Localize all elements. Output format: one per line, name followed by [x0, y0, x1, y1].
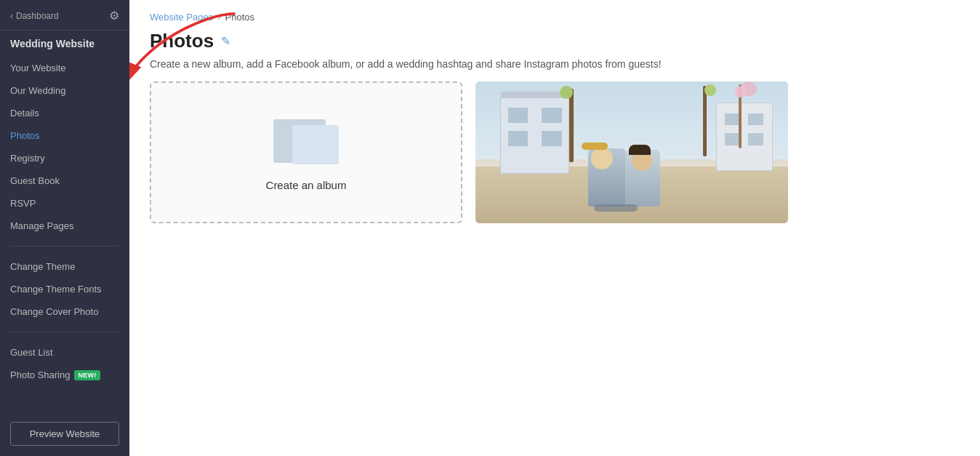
- page-subtitle: Create a new album, add a Facebook album…: [129, 55, 980, 81]
- sidebar-item-guest-list[interactable]: Guest List: [0, 341, 129, 364]
- edit-icon[interactable]: ✎: [221, 34, 230, 48]
- extras-section: Guest List Photo Sharing NEW!: [0, 338, 129, 389]
- sidebar-item-label: Guest List: [10, 347, 53, 358]
- sidebar-title: Wedding Website: [0, 31, 129, 54]
- sidebar-item-guest-book[interactable]: Guest Book: [0, 169, 129, 192]
- back-label: Dashboard: [16, 11, 59, 21]
- content-area: Create an album: [129, 81, 980, 244]
- sidebar-item-label: Photo Sharing: [10, 369, 70, 380]
- sidebar-item-label: Details: [10, 108, 39, 119]
- sidebar-item-label: Our Wedding: [10, 85, 65, 96]
- page-header: Photos ✎: [129, 25, 980, 55]
- tools-section: Change Theme Change Theme Fonts Change C…: [0, 252, 129, 326]
- sidebar-item-change-theme-fonts[interactable]: Change Theme Fonts: [0, 278, 129, 300]
- divider-2: [10, 332, 119, 332]
- sidebar-item-photo-sharing[interactable]: Photo Sharing NEW!: [0, 364, 129, 386]
- divider-1: [10, 246, 119, 247]
- preview-website-button[interactable]: Preview Website: [10, 422, 119, 446]
- sidebar-bottom: Preview Website: [0, 413, 129, 456]
- sidebar-item-label: Photos: [10, 130, 39, 141]
- sidebar-item-label: Change Cover Photo: [10, 306, 98, 317]
- back-chevron-icon: ‹: [10, 11, 13, 21]
- photo-card[interactable]: [475, 81, 788, 223]
- sidebar-item-change-cover-photo[interactable]: Change Cover Photo: [0, 300, 129, 323]
- sidebar-item-label: Your Website: [10, 63, 66, 73]
- sidebar-item-our-wedding[interactable]: Our Wedding: [0, 79, 129, 102]
- breadcrumb: Website Pages › Photos: [129, 0, 980, 25]
- sidebar-item-label: Manage Pages: [10, 220, 73, 231]
- new-badge: NEW!: [74, 370, 100, 380]
- sidebar-item-label: Change Theme: [10, 261, 75, 272]
- sidebar-item-your-website[interactable]: Your Website: [0, 57, 129, 79]
- sidebar-item-details[interactable]: Details: [0, 102, 129, 124]
- sidebar-item-label: RSVP: [10, 198, 36, 209]
- back-link[interactable]: ‹ Dashboard: [10, 11, 59, 21]
- sidebar-header: ‹ Dashboard ⚙: [0, 0, 129, 31]
- sidebar: ‹ Dashboard ⚙ Wedding Website Your Websi…: [0, 0, 129, 456]
- breadcrumb-separator: ›: [217, 12, 220, 23]
- page-title: Photos: [150, 30, 214, 52]
- create-album-label: Create an album: [266, 179, 347, 191]
- album-icon-front: [292, 125, 339, 164]
- sidebar-item-change-theme[interactable]: Change Theme: [0, 255, 129, 278]
- sidebar-item-label: Change Theme Fonts: [10, 284, 102, 295]
- sidebar-item-label: Registry: [10, 153, 45, 164]
- main-content: Website Pages › Photos Photos ✎ Create a…: [129, 0, 980, 456]
- breadcrumb-parent[interactable]: Website Pages: [150, 12, 213, 23]
- breadcrumb-current: Photos: [225, 12, 254, 23]
- nav-section: Your Website Our Wedding Details Photos …: [0, 54, 129, 240]
- album-icon: [273, 113, 339, 169]
- gear-icon[interactable]: ⚙: [109, 9, 119, 23]
- photo-card-image: [475, 81, 788, 223]
- sidebar-item-rsvp[interactable]: RSVP: [0, 192, 129, 215]
- sidebar-item-manage-pages[interactable]: Manage Pages: [0, 215, 129, 237]
- sidebar-item-registry[interactable]: Registry: [0, 147, 129, 169]
- sidebar-item-photos[interactable]: Photos: [0, 124, 129, 147]
- sidebar-item-label: Guest Book: [10, 175, 60, 186]
- create-album-card[interactable]: Create an album: [150, 81, 462, 223]
